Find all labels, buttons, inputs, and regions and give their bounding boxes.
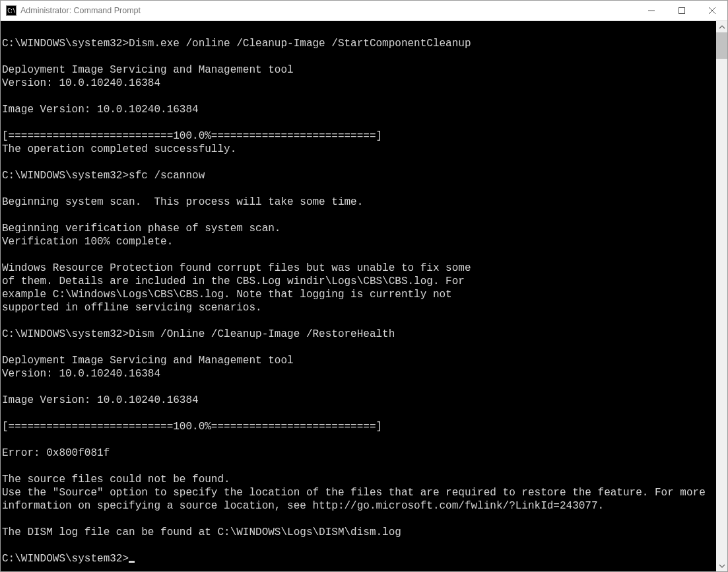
terminal-line [2, 90, 715, 103]
terminal-line [2, 248, 715, 262]
vertical-scrollbar[interactable] [716, 21, 727, 571]
terminal-line: C:\WINDOWS\system32>Dism.exe /online /Cl… [2, 37, 715, 50]
terminal-line: Verification 100% complete. [2, 235, 715, 248]
terminal-line: Beginning verification phase of system s… [2, 222, 715, 235]
terminal-line [2, 407, 715, 420]
scroll-up-button[interactable] [716, 21, 727, 32]
minimize-button[interactable] [636, 1, 667, 20]
terminal-line [2, 50, 715, 63]
maximize-icon [678, 7, 685, 14]
terminal-line [2, 182, 715, 196]
terminal-line: The DISM log file can be found at C:\WIN… [2, 526, 715, 539]
window-title: Administrator: Command Prompt [20, 6, 141, 15]
terminal-prompt: C:\WINDOWS\system32> [2, 553, 129, 565]
terminal-line: Image Version: 10.0.10240.16384 [2, 394, 715, 407]
terminal-line [2, 341, 715, 354]
terminal-line: Windows Resource Protection found corrup… [2, 262, 715, 275]
terminal-line [2, 116, 715, 129]
terminal-line: C:\WINDOWS\system32>Dism /Online /Cleanu… [2, 328, 715, 341]
terminal-output[interactable]: C:\WINDOWS\system32>Dism.exe /online /Cl… [1, 21, 716, 571]
close-icon [709, 7, 715, 14]
terminal-line: Version: 10.0.10240.16384 [2, 77, 715, 90]
terminal-line [2, 539, 715, 552]
terminal-line: C:\WINDOWS\system32>sfc /scannow [2, 169, 715, 182]
maximize-button[interactable] [667, 1, 697, 20]
terminal-line: [==========================100.0%=======… [2, 420, 715, 433]
chevron-up-icon [719, 24, 725, 30]
terminal-line [2, 156, 715, 169]
terminal-line [2, 314, 715, 328]
terminal-line [2, 380, 715, 394]
command-prompt-window: C:\ Administrator: Command Prompt C:\WIN… [0, 0, 728, 572]
chevron-down-icon [719, 563, 725, 569]
window-controls [636, 1, 727, 20]
terminal-line: Deployment Image Servicing and Managemen… [2, 354, 715, 367]
terminal-line [2, 209, 715, 222]
close-button[interactable] [697, 1, 727, 20]
terminal-prompt-line[interactable]: C:\WINDOWS\system32> [2, 552, 715, 565]
terminal-line: [==========================100.0%=======… [2, 129, 715, 143]
client-area: C:\WINDOWS\system32>Dism.exe /online /Cl… [1, 21, 727, 571]
titlebar[interactable]: C:\ Administrator: Command Prompt [1, 1, 727, 21]
terminal-line: Version: 10.0.10240.16384 [2, 367, 715, 380]
cmd-app-icon: C:\ [6, 5, 17, 16]
terminal-line [2, 24, 715, 37]
terminal-line [2, 460, 715, 473]
terminal-line [2, 433, 715, 447]
terminal-line: The operation completed successfully. [2, 143, 715, 156]
terminal-line: Use the "Source" option to specify the l… [2, 486, 715, 513]
svg-rect-0 [679, 8, 685, 14]
terminal-cursor [129, 561, 135, 563]
terminal-line: example C:\Windows\Logs\CBS\CBS.log. Not… [2, 288, 715, 301]
terminal-line: Error: 0x800f081f [2, 447, 715, 460]
scrollbar-thumb[interactable] [716, 32, 727, 59]
terminal-line: of them. Details are included in the CBS… [2, 275, 715, 288]
terminal-line: Beginning system scan. This process will… [2, 196, 715, 209]
terminal-line [2, 513, 715, 526]
terminal-line: supported in offline servicing scenarios… [2, 301, 715, 314]
scrollbar-track[interactable] [716, 32, 727, 560]
minimize-icon [648, 7, 655, 14]
terminal-line: Deployment Image Servicing and Managemen… [2, 63, 715, 77]
terminal-line: Image Version: 10.0.10240.16384 [2, 103, 715, 116]
scroll-down-button[interactable] [716, 560, 727, 571]
terminal-line: The source files could not be found. [2, 473, 715, 486]
